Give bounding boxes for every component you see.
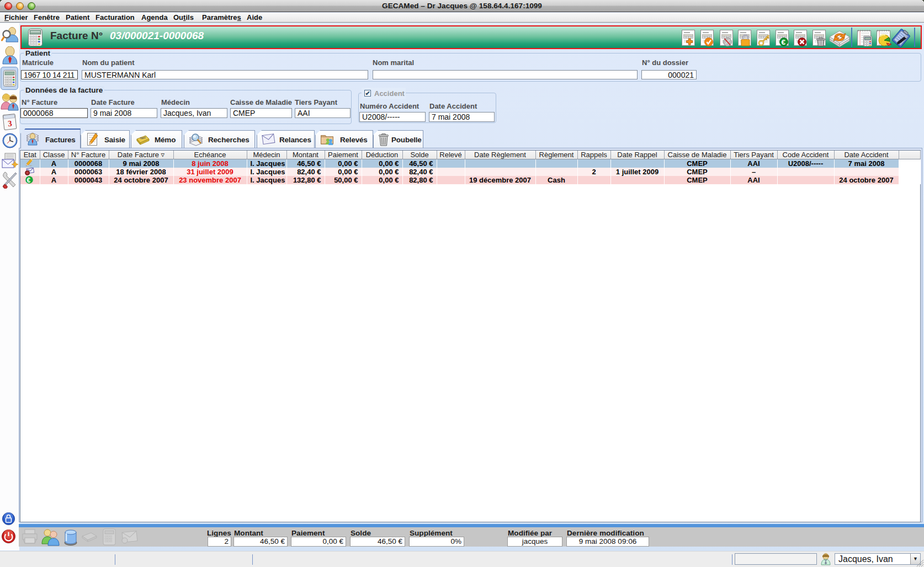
svg-text:€: € — [27, 176, 31, 184]
svg-text:€: € — [782, 38, 786, 46]
